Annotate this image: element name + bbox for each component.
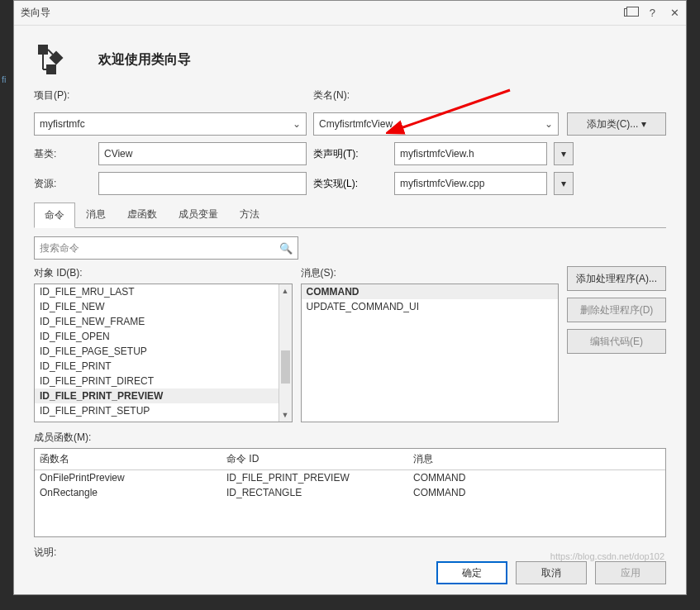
members-header: 函数名 命令 ID 消息: [35, 449, 665, 470]
help-icon[interactable]: ?: [650, 7, 655, 19]
search-input[interactable]: 搜索命令 🔍: [34, 236, 298, 260]
header: 欢迎使用类向导: [14, 26, 686, 83]
search-icon[interactable]: 🔍: [279, 242, 293, 255]
baseclass-label: 基类:: [34, 147, 92, 161]
chevron-down-icon: ▾: [561, 148, 566, 160]
col-cmdid: 命令 ID: [221, 449, 408, 469]
decl-field[interactable]: myfisrtmfcView.h: [394, 142, 547, 165]
tab-methods[interactable]: 方法: [229, 202, 270, 227]
classname-value: CmyfisrtmfcView: [319, 118, 393, 130]
dialog-footer: 确定 取消 应用: [436, 561, 666, 584]
impl-label: 类实现(L):: [313, 177, 388, 191]
impl-dropdown-button[interactable]: ▾: [554, 172, 574, 195]
watermark: https://blog.csdn.net/dop102: [550, 551, 664, 561]
tab-messages[interactable]: 消息: [75, 202, 117, 227]
list-item[interactable]: COMMAND: [302, 284, 559, 299]
cancel-button[interactable]: 取消: [516, 561, 587, 584]
classname-combo[interactable]: CmyfisrtmfcView ⌄: [313, 112, 559, 136]
col-msg: 消息: [408, 449, 665, 469]
list-item[interactable]: ID_FILE_PAGE_SETUP: [35, 344, 292, 359]
wizard-heading: 欢迎使用类向导: [98, 51, 191, 69]
list-item[interactable]: ID_FILE_PRINT_SETUP: [35, 403, 292, 418]
tab-commands[interactable]: 命令: [34, 203, 75, 228]
list-item[interactable]: ID_FILE_MRU_LAST: [35, 284, 292, 299]
wizard-logo-icon: [34, 41, 72, 79]
delete-handler-button[interactable]: 删除处理程序(D): [567, 298, 666, 322]
chevron-down-icon: ⌄: [545, 118, 553, 130]
add-handler-button[interactable]: 添加处理程序(A)...: [567, 266, 666, 291]
list-item[interactable]: UPDATE_COMMAND_UI: [302, 299, 559, 314]
project-value: myfisrtmfc: [40, 118, 85, 130]
chevron-down-icon: ▾: [561, 178, 566, 189]
decl-label: 类声明(T):: [313, 147, 388, 161]
scrollbar[interactable]: ▲ ▼: [279, 284, 292, 422]
ok-button[interactable]: 确定: [436, 561, 507, 584]
table-row[interactable]: OnRectangleID_RECTANGLECOMMAND: [35, 485, 665, 500]
window-controls: ? ✕: [624, 7, 679, 19]
svg-rect-2: [46, 64, 56, 74]
window-title: 类向导: [21, 6, 624, 20]
chevron-down-icon: ⌄: [293, 118, 301, 130]
list-item[interactable]: ID_FILE_NEW: [35, 299, 292, 314]
messages-listbox[interactable]: COMMANDUPDATE_COMMAND_UI: [301, 284, 560, 422]
apply-button[interactable]: 应用: [595, 561, 666, 584]
svg-rect-0: [38, 45, 48, 55]
objectid-listbox[interactable]: ID_FILE_MRU_LASTID_FILE_NEWID_FILE_NEW_F…: [34, 284, 293, 422]
scroll-down-icon[interactable]: ▼: [279, 408, 292, 422]
list-item[interactable]: ID_FILE_NEW_FRAME: [35, 314, 292, 329]
project-combo[interactable]: myfisrtmfc ⌄: [34, 112, 307, 136]
project-label: 项目(P):: [34, 88, 307, 102]
impl-field[interactable]: myfisrtmfcView.cpp: [394, 172, 547, 195]
add-class-button[interactable]: 添加类(C)... ▾: [567, 112, 666, 136]
scroll-thumb[interactable]: [281, 350, 290, 384]
decl-dropdown-button[interactable]: ▾: [554, 142, 574, 165]
scroll-up-icon[interactable]: ▲: [279, 284, 292, 298]
classname-label: 类名(N):: [313, 88, 666, 102]
class-wizard-dialog: 类向导 ? ✕ 欢迎使用类向导 项目(P): 类名(N): [13, 0, 687, 595]
objectid-label: 对象 ID(B):: [34, 266, 293, 280]
list-item[interactable]: ID_FILE_PRINT_PREVIEW: [35, 388, 292, 403]
members-label: 成员函数(M):: [34, 431, 666, 445]
search-placeholder: 搜索命令: [40, 241, 79, 255]
tab-membervars[interactable]: 成员变量: [168, 202, 229, 227]
tabstrip: 命令 消息 虚函数 成员变量 方法: [34, 202, 666, 228]
svg-line-5: [48, 50, 53, 55]
tab-virtual[interactable]: 虚函数: [117, 202, 168, 227]
resource-label: 资源:: [34, 177, 92, 191]
resource-field: [98, 172, 307, 195]
chevron-down-icon: ▾: [641, 118, 646, 130]
list-item[interactable]: ID_FILE_OPEN: [35, 329, 292, 344]
messages-label: 消息(S):: [301, 266, 560, 280]
titlebar: 类向导 ? ✕: [14, 1, 686, 26]
close-icon[interactable]: ✕: [670, 7, 679, 19]
list-item[interactable]: ID_FILE_PRINT: [35, 359, 292, 374]
table-row[interactable]: OnFilePrintPreviewID_FILE_PRINT_PREVIEWC…: [35, 470, 665, 485]
maximize-icon[interactable]: [624, 7, 635, 19]
list-item[interactable]: ID_FILE_PRINT_DIRECT: [35, 374, 292, 388]
baseclass-field: CView: [98, 142, 307, 165]
col-funcname: 函数名: [35, 449, 221, 469]
edit-code-button[interactable]: 编辑代码(E): [567, 329, 666, 354]
members-table[interactable]: 函数名 命令 ID 消息 OnFilePrintPreviewID_FILE_P…: [34, 448, 666, 537]
